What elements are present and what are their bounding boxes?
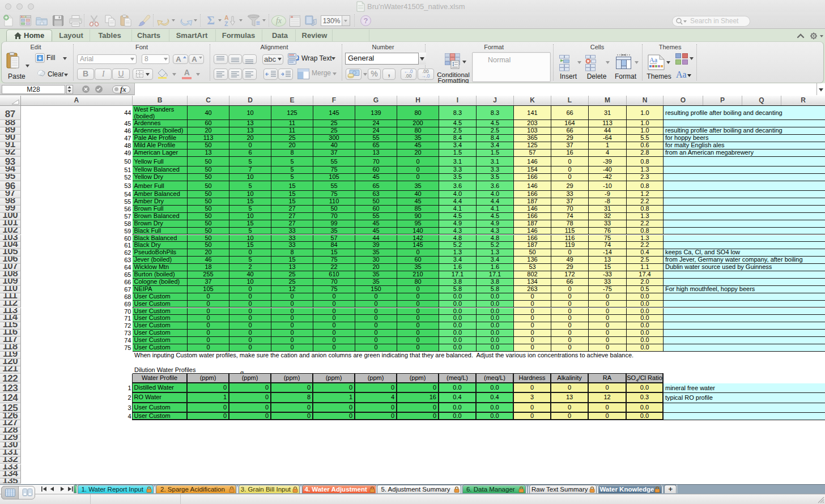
svg-text:Aa: Aa [649, 56, 658, 64]
